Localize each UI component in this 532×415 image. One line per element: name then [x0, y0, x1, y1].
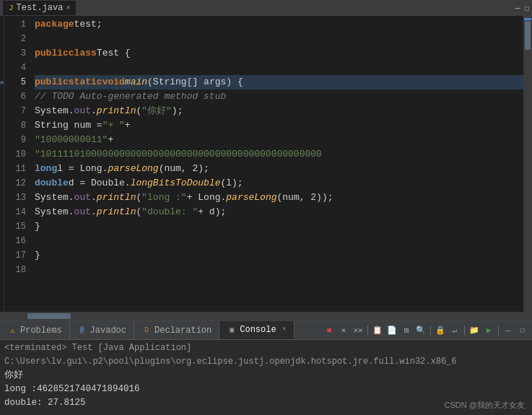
watermark: CSDN @我的天才女友: [445, 400, 525, 411]
margin-10: [0, 147, 4, 162]
remove-all-btn[interactable]: ✕✕: [352, 324, 365, 337]
toolbar-sep-2: [430, 326, 431, 336]
tab-console-label: Console: [240, 325, 276, 335]
open-file-btn[interactable]: 📁: [468, 324, 481, 337]
gutter-line-14: 14: [7, 205, 26, 219]
tab-declaration[interactable]: D Declaration: [134, 321, 219, 339]
code-line-4: [35, 61, 523, 75]
margin-5: ⊕: [0, 75, 4, 89]
margin-15: [0, 219, 4, 234]
tab-javadoc[interactable]: @ Javadoc: [70, 321, 134, 339]
panel-tab-bar: ⚠ Problems @ Javadoc D Declaration ▣ Con…: [0, 321, 532, 340]
problems-icon: ⚠: [7, 326, 17, 336]
window-controls: — ☐: [515, 4, 529, 13]
code-line-17: }: [35, 248, 523, 263]
code-line-5: public static void main(String[] args) {: [35, 75, 523, 89]
margin-18: [0, 263, 4, 277]
javadoc-icon: @: [77, 326, 87, 336]
scrollbar-corner: [523, 312, 532, 320]
margin-2: [0, 32, 4, 46]
code-line-10: "101111010000000000000000000000000000000…: [35, 147, 523, 162]
title-bar: J Test.java × — ☐: [0, 0, 532, 16]
tab-close-button[interactable]: ×: [66, 4, 70, 12]
margin-14: [0, 205, 4, 219]
code-line-2: [35, 32, 523, 46]
tab-filename: Test.java: [17, 3, 64, 13]
console-icon: ▣: [227, 325, 237, 335]
gutter-line-16: 16: [7, 234, 26, 248]
code-line-1: package test;: [35, 17, 523, 32]
tab-problems[interactable]: ⚠ Problems: [0, 321, 70, 339]
output-line-2: long :4628521740471894016: [4, 383, 528, 396]
tab-problems-label: Problems: [20, 326, 62, 336]
gutter-line-10: 10: [7, 147, 26, 162]
output-line-1: 你好: [4, 369, 528, 383]
code-line-6: // TODO Auto-generated method stub: [35, 89, 523, 104]
minimize-panel-btn[interactable]: —: [502, 324, 515, 337]
gutter-line-12: 12: [7, 176, 26, 191]
console-tab-close[interactable]: ×: [282, 326, 287, 333]
scrollbar-h-thumb[interactable]: [27, 313, 71, 319]
gutter-line-4: 4: [7, 61, 26, 75]
editor-tab[interactable]: J Test.java ×: [3, 1, 76, 15]
gutter-line-7: 7: [7, 104, 26, 118]
code-line-9: "10000000011" +: [35, 133, 523, 147]
code-line-15: }: [35, 219, 523, 234]
margin-3: [0, 46, 4, 61]
gutter-line-6: 6: [7, 89, 26, 104]
select-all-btn[interactable]: ⊞: [400, 324, 413, 337]
stop-btn[interactable]: ■: [323, 324, 336, 337]
gutter-line-8: 8: [7, 118, 26, 133]
margin-11: [0, 162, 4, 176]
code-line-7: System.out.println("你好");: [35, 104, 523, 118]
margin-6: [0, 89, 4, 104]
minimize-button[interactable]: —: [515, 4, 520, 13]
terminated-line: <terminated> Test [Java Application] C:\…: [4, 341, 528, 369]
horizontal-scrollbar[interactable]: [0, 312, 532, 320]
gutter-line-5: 5: [7, 75, 26, 89]
editor-area: ⊕ 123456789101112131415161718 package te…: [0, 16, 532, 312]
gutter-line-18: 18: [7, 263, 26, 277]
gutter-line-13: 13: [7, 191, 26, 205]
scrollbar-thumb[interactable]: [525, 21, 531, 50]
margin-16: [0, 234, 4, 248]
vertical-scrollbar[interactable]: [523, 16, 532, 312]
word-wrap-btn[interactable]: ↵: [448, 324, 461, 337]
code-line-3: public class Test {: [35, 46, 523, 61]
code-line-8: String num = "+ " +: [35, 118, 523, 133]
tab-console[interactable]: ▣ Console ×: [219, 321, 294, 339]
code-line-16: [35, 234, 523, 248]
margin-13: [0, 191, 4, 205]
run-btn[interactable]: ▶: [482, 324, 495, 337]
copy-btn[interactable]: 📋: [371, 324, 384, 337]
margin-1: [0, 17, 4, 32]
gutter-line-15: 15: [7, 219, 26, 234]
bottom-panel: ⚠ Problems @ Javadoc D Declaration ▣ Con…: [0, 320, 532, 415]
maximize-panel-btn[interactable]: ☐: [516, 324, 529, 337]
margin-17: [0, 248, 4, 263]
find-btn[interactable]: 🔍: [414, 324, 427, 337]
code-editor[interactable]: package test; public class Test { public…: [32, 16, 523, 312]
gutter-line-9: 9: [7, 133, 26, 147]
remove-btn[interactable]: ✕: [337, 324, 350, 337]
margin-7: [0, 104, 4, 118]
toolbar-sep-1: [367, 326, 368, 336]
scrollbar-h-track: [27, 313, 523, 319]
maximize-button[interactable]: ☐: [524, 4, 529, 13]
scrollbar-mark: [524, 18, 531, 20]
code-line-13: System.out.println("long :" + Long.parse…: [35, 191, 523, 205]
code-line-14: System.out.println("double: " + d);: [35, 205, 523, 219]
margin-12: [0, 176, 4, 191]
gutter-line-1: 1: [7, 17, 26, 32]
declaration-icon: D: [141, 326, 152, 336]
scroll-lock-btn[interactable]: 🔒: [434, 324, 447, 337]
gutter-line-3: 3: [7, 46, 26, 61]
line-numbers: 123456789101112131415161718: [4, 16, 32, 312]
paste-btn[interactable]: 📄: [385, 324, 398, 337]
toolbar-sep-4: [498, 326, 499, 336]
code-line-18: [35, 263, 523, 277]
toolbar-sep-3: [464, 326, 465, 336]
margin-8: [0, 118, 4, 133]
code-line-12: double d = Double.longBitsToDouble(l);: [35, 176, 523, 191]
gutter-line-17: 17: [7, 248, 26, 263]
